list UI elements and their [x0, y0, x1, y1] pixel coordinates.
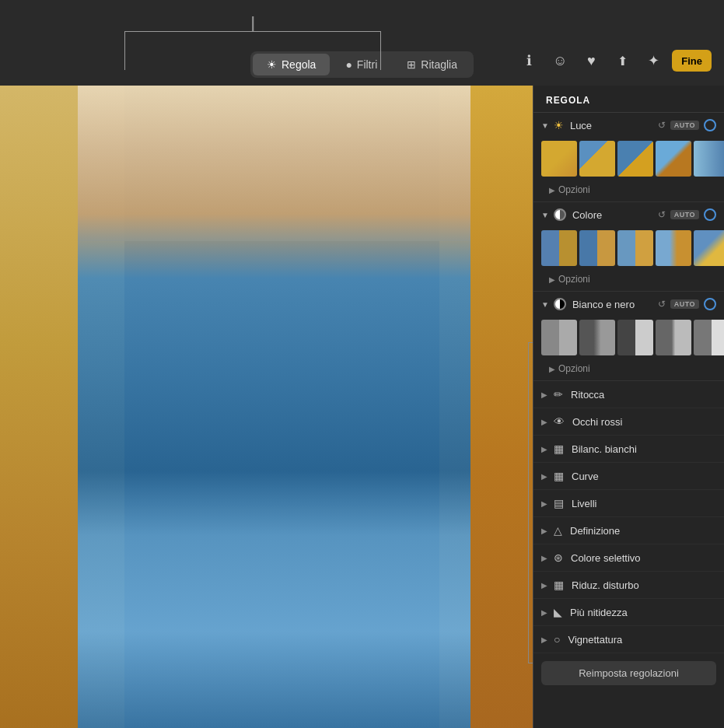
fine-button[interactable]: Fine [672, 50, 712, 72]
main-content: REGOLA ▼ ☀ Luce ↺ AUTO [0, 86, 724, 728]
colore-thumb-5[interactable] [694, 230, 724, 266]
luce-thumb-2[interactable] [579, 141, 615, 177]
reset-label: Reimposta regolazioni [579, 667, 679, 679]
colore-opzioni[interactable]: ▶ Opzioni [533, 271, 724, 291]
bw-chevron-icon: ▼ [541, 300, 549, 309]
bw-undo-icon[interactable]: ↺ [658, 299, 666, 310]
crop-icon: ⊞ [407, 58, 416, 71]
bw-thumb-1[interactable] [541, 320, 577, 355]
magic-button[interactable]: ✦ [641, 48, 666, 73]
adj-section-luce: ▼ ☀ Luce ↺ AUTO ▶ [533, 113, 724, 202]
heart-button[interactable]: ♥ [579, 48, 603, 73]
colore-thumb-3[interactable] [617, 230, 653, 266]
bw-thumbs-row [533, 317, 724, 360]
row-piu-nitidezza[interactable]: ▶ ◣ Più nitidezza [533, 599, 724, 626]
curve-chevron-icon: ▶ [541, 472, 547, 481]
bw-thumb-2[interactable] [579, 320, 615, 355]
magic-icon: ✦ [648, 52, 659, 69]
share-icon: ⬆ [617, 54, 628, 68]
luce-auto-badge[interactable]: AUTO [670, 121, 699, 130]
adj-section-colore: ▼ Colore ↺ AUTO ▶ [533, 202, 724, 292]
top-bar: ☀ Regola ● Filtri ⊞ Ritaglia ℹ ☺ ♥ ⬆ ✦ F… [0, 0, 724, 86]
colore-auto-badge[interactable]: AUTO [670, 210, 699, 219]
face-icon: ☺ [553, 53, 567, 69]
livelli-icon: ▤ [554, 497, 564, 509]
photo-bracket [528, 342, 533, 663]
info-icon: ℹ [526, 52, 532, 69]
occhi-rossi-label: Occhi rossi [572, 416, 622, 428]
luce-chevron-icon: ▼ [541, 121, 549, 130]
colore-actions: ↺ AUTO [658, 208, 716, 221]
luce-actions: ↺ AUTO [658, 119, 716, 131]
adj-header-luce[interactable]: ▼ ☀ Luce ↺ AUTO [533, 113, 724, 138]
panel-title: REGOLA [546, 95, 590, 106]
luce-title: Luce [570, 120, 655, 131]
bw-icon [554, 298, 566, 310]
person-area [78, 86, 470, 728]
luce-thumb-1[interactable] [541, 141, 577, 177]
bw-title: Bianco e nero [572, 299, 655, 310]
definizione-icon: △ [554, 524, 562, 537]
curve-icon: ▦ [554, 470, 564, 482]
occhi-rossi-chevron-icon: ▶ [541, 418, 547, 426]
info-button[interactable]: ℹ [516, 48, 541, 73]
share-button[interactable]: ⬆ [610, 48, 635, 73]
curve-label: Curve [572, 471, 599, 482]
luce-thumbs-row [533, 138, 724, 181]
colore-thumb-4[interactable] [656, 230, 691, 266]
fine-label: Fine [681, 55, 702, 67]
bw-opzioni[interactable]: ▶ Opzioni [533, 360, 724, 380]
colore-chevron-icon: ▼ [541, 211, 549, 219]
row-colore-selettivo[interactable]: ▶ ⊛ Colore selettivo [533, 544, 724, 572]
ritocca-icon: ✏ [554, 388, 563, 401]
bilanc-icon: ▦ [554, 443, 564, 455]
reset-button[interactable]: Reimposta regolazioni [541, 661, 716, 685]
ritocca-chevron-icon: ▶ [541, 390, 547, 399]
colore-sel-icon: ⊛ [554, 551, 563, 564]
panel-scroll[interactable]: ▼ ☀ Luce ↺ AUTO ▶ [533, 113, 724, 728]
luce-opzioni-chevron: ▶ [549, 186, 555, 194]
right-panel: REGOLA ▼ ☀ Luce ↺ AUTO [533, 86, 724, 728]
luce-thumb-3[interactable] [617, 141, 653, 177]
row-bilanc-bianchi[interactable]: ▶ ▦ Bilanc. bianchi [533, 436, 724, 463]
photo-composite [0, 86, 533, 728]
colore-thumb-1[interactable] [541, 230, 577, 266]
luce-undo-icon[interactable]: ↺ [658, 120, 666, 131]
bw-toggle[interactable] [704, 298, 716, 310]
row-definizione[interactable]: ▶ △ Definizione [533, 517, 724, 544]
colore-opzioni-chevron: ▶ [549, 275, 555, 284]
luce-toggle[interactable] [704, 119, 716, 131]
row-riduz-disturbo[interactable]: ▶ ▦ Riduz. disturbo [533, 572, 724, 599]
row-occhi-rossi[interactable]: ▶ 👁 Occhi rossi [533, 408, 724, 436]
tab-ritaglia[interactable]: ⊞ Ritaglia [393, 54, 471, 75]
row-vignettatura[interactable]: ▶ ○ Vignettatura [533, 626, 724, 653]
tab-ritaglia-label: Ritaglia [421, 58, 457, 71]
colore-toggle[interactable] [704, 208, 716, 221]
face-button[interactable]: ☺ [547, 48, 572, 73]
definizione-chevron-icon: ▶ [541, 527, 547, 535]
row-curve[interactable]: ▶ ▦ Curve [533, 463, 724, 490]
bracket-decoration [124, 31, 381, 70]
row-livelli[interactable]: ▶ ▤ Livelli [533, 490, 724, 517]
colore-icon [554, 208, 566, 221]
bilanc-label: Bilanc. bianchi [572, 443, 637, 455]
colore-title: Colore [572, 209, 655, 221]
bw-thumb-4[interactable] [656, 320, 691, 355]
colore-opzioni-label: Opzioni [558, 274, 590, 285]
bw-thumb-5[interactable] [694, 320, 724, 355]
colore-thumb-2[interactable] [579, 230, 615, 266]
panel-header: REGOLA [533, 86, 724, 113]
luce-sun-icon: ☀ [554, 119, 564, 131]
luce-opzioni[interactable]: ▶ Opzioni [533, 181, 724, 201]
luce-thumb-5[interactable] [694, 141, 724, 177]
adj-header-colore[interactable]: ▼ Colore ↺ AUTO [533, 202, 724, 227]
colore-undo-icon[interactable]: ↺ [658, 209, 666, 220]
riduz-chevron-icon: ▶ [541, 581, 547, 590]
photo-area [0, 86, 533, 728]
bw-thumb-3[interactable] [617, 320, 653, 355]
bw-auto-badge[interactable]: AUTO [670, 299, 699, 309]
row-ritocca[interactable]: ▶ ✏ Ritocca [533, 381, 724, 408]
adj-header-bianconero[interactable]: ▼ Bianco e nero ↺ AUTO [533, 292, 724, 317]
luce-thumb-4[interactable] [656, 141, 691, 177]
nitidezza-label: Più nitidezza [570, 607, 628, 618]
